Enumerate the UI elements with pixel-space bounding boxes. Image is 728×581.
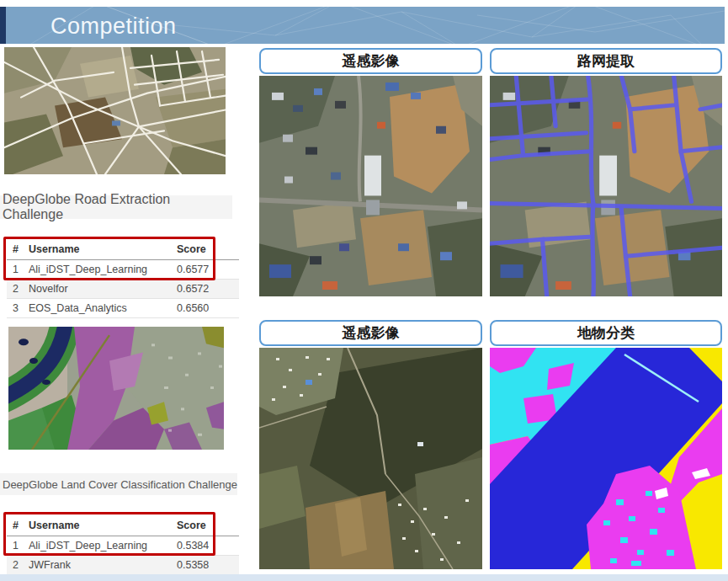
rank-cell: 2 — [7, 555, 29, 574]
road-network-extraction-image — [490, 76, 722, 296]
score-cell: 0.6572 — [177, 279, 239, 298]
table-row: 2 Novelfor 0.6572 — [7, 279, 239, 298]
landcover-classification-map — [490, 348, 722, 569]
footer-strip — [0, 574, 728, 581]
score-cell: 0.6560 — [177, 298, 239, 317]
landcover-classification-label: 地物分类 — [490, 320, 722, 346]
table-row: 3 EOS_Data_Analytics 0.6560 — [7, 298, 239, 317]
rank-cell: 3 — [7, 298, 29, 317]
username-cell: JWFrank — [29, 555, 177, 574]
landcover-challenge-title: DeepGlobe Land Cover Classification Chal… — [0, 473, 237, 495]
road-network-extraction-label: 路网提取 — [490, 48, 722, 74]
rural-satellite-image — [259, 348, 482, 569]
page-title: Competition — [50, 7, 177, 44]
winner-highlight-box — [3, 512, 215, 556]
competition-slide: Competition — [0, 0, 728, 581]
landcover-sample-image — [8, 327, 224, 450]
table-row: 2 JWFrank 0.5358 — [7, 555, 239, 574]
rank-cell: 2 — [7, 279, 29, 298]
road-extraction-sample-image — [4, 47, 226, 174]
remote-sensing-image-label: 遥感影像 — [259, 320, 482, 346]
header-bar: Competition — [6, 7, 725, 44]
header-accent-strip — [0, 7, 6, 44]
username-cell: EOS_Data_Analytics — [29, 298, 177, 317]
winner-highlight-box — [3, 237, 215, 280]
username-cell: Novelfor — [29, 279, 177, 298]
remote-sensing-image-label: 遥感影像 — [259, 48, 482, 74]
urban-satellite-image — [259, 76, 482, 296]
score-cell: 0.5358 — [177, 555, 239, 574]
road-challenge-title: DeepGlobe Road Extraction Challenge — [0, 195, 232, 219]
